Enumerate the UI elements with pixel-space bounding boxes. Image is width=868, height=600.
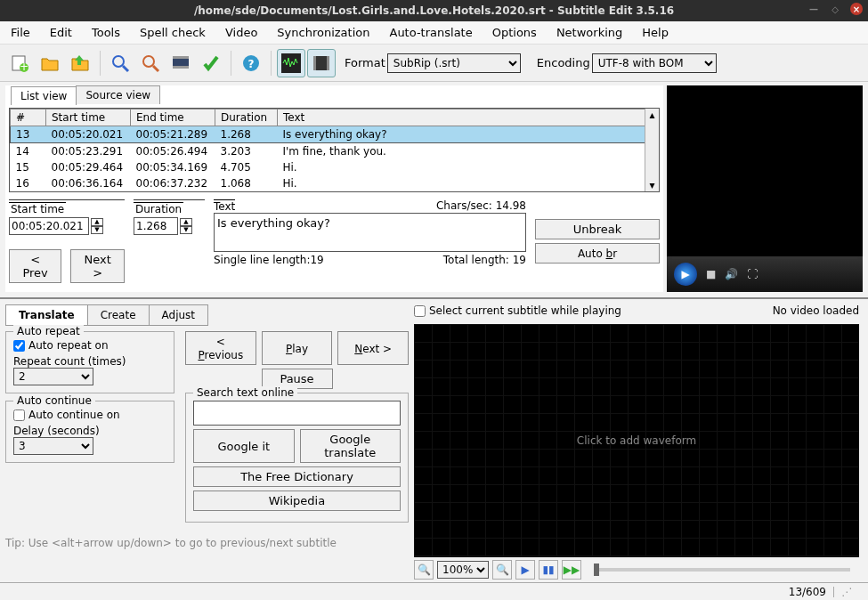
duration-input[interactable] bbox=[134, 217, 178, 235]
resize-grip-icon[interactable]: ⋰ bbox=[841, 586, 850, 598]
menu-sync[interactable]: Synchronization bbox=[277, 26, 369, 39]
stop-icon[interactable]: ■ bbox=[706, 268, 716, 280]
menu-spellcheck[interactable]: Spell check bbox=[140, 26, 206, 39]
scrollbar[interactable]: ▴▾ bbox=[645, 109, 659, 191]
spin-up[interactable]: ▲ bbox=[180, 218, 192, 226]
wf-ff-icon[interactable]: ▶▶ bbox=[562, 560, 581, 580]
fullscreen-icon[interactable]: ⛶ bbox=[747, 268, 758, 280]
table-row[interactable]: 1600:06:36.16400:06:37.2321.068Hi. bbox=[11, 175, 659, 191]
delay-select[interactable]: 3 bbox=[13, 437, 93, 455]
repeat-count-select[interactable]: 2 bbox=[13, 368, 93, 385]
wf-center-icon[interactable]: ▮▮ bbox=[539, 560, 558, 580]
svg-point-5 bbox=[143, 56, 154, 67]
svg-rect-14 bbox=[313, 56, 316, 70]
previous-button[interactable]: < Previous bbox=[185, 331, 256, 365]
text-input[interactable]: Is everything okay? bbox=[214, 213, 526, 252]
tab-translate[interactable]: Translate bbox=[5, 304, 88, 326]
encoding-select[interactable]: UTF-8 with BOM bbox=[592, 53, 717, 73]
waveform-panel: Select current subtitle while playing No… bbox=[414, 299, 868, 582]
zoom-in-icon[interactable]: 🔍 bbox=[492, 560, 512, 580]
video-toggle-icon[interactable] bbox=[307, 49, 336, 77]
search-online-group: Search text online Google itGoogle trans… bbox=[185, 393, 409, 523]
minimize-icon[interactable]: — bbox=[807, 3, 820, 15]
status-position: 13/609 bbox=[789, 586, 826, 598]
menu-tools[interactable]: Tools bbox=[92, 26, 120, 39]
menu-options[interactable]: Options bbox=[492, 26, 537, 39]
tab-create[interactable]: Create bbox=[87, 304, 150, 326]
spellcheck-icon[interactable] bbox=[197, 49, 225, 77]
encoding-label: Encoding bbox=[537, 56, 590, 69]
format-select[interactable]: SubRip (.srt) bbox=[387, 53, 521, 73]
table-row[interactable]: 1500:05:29.46400:05:34.1694.705Hi. bbox=[11, 159, 659, 175]
col-text[interactable]: Text bbox=[278, 109, 659, 126]
menu-edit[interactable]: Edit bbox=[50, 26, 72, 39]
play-button[interactable]: Play bbox=[262, 331, 333, 365]
menu-autotranslate[interactable]: Auto-translate bbox=[389, 26, 472, 39]
gtranslate-button[interactable]: Google translate bbox=[300, 429, 402, 463]
waveform-toggle-icon[interactable] bbox=[277, 49, 305, 77]
svg-rect-15 bbox=[327, 56, 329, 70]
video-player[interactable]: ▶ ■ 🔊 ⛶ bbox=[667, 85, 863, 292]
start-time-label: Start time bbox=[9, 202, 66, 215]
autobr-button[interactable]: Auto br bbox=[535, 243, 660, 264]
table-row[interactable]: 1400:05:23.29100:05:26.4943.203I'm fine,… bbox=[11, 143, 659, 160]
visual-sync-icon[interactable] bbox=[166, 49, 195, 77]
menu-bar: File Edit Tools Spell check Video Synchr… bbox=[0, 21, 868, 45]
play-icon[interactable]: ▶ bbox=[674, 263, 697, 286]
help-icon[interactable]: ? bbox=[237, 49, 265, 77]
menu-video[interactable]: Video bbox=[225, 26, 257, 39]
col-num[interactable]: # bbox=[11, 109, 46, 126]
freedict-button[interactable]: The Free Dictionary bbox=[193, 466, 401, 487]
svg-rect-9 bbox=[173, 66, 189, 69]
tab-source-view[interactable]: Source view bbox=[76, 85, 160, 104]
spin-down[interactable]: ▼ bbox=[91, 226, 103, 234]
search-input[interactable] bbox=[193, 401, 401, 426]
new-icon[interactable]: + bbox=[5, 49, 34, 77]
google-button[interactable]: Google it bbox=[193, 429, 295, 463]
volume-icon[interactable]: 🔊 bbox=[725, 268, 738, 280]
waveform-area[interactable]: Click to add waveform bbox=[414, 324, 859, 557]
total-len-label: Total length: 19 bbox=[443, 254, 526, 266]
cps-label: Chars/sec: 14.98 bbox=[436, 199, 526, 213]
select-while-playing-checkbox[interactable] bbox=[414, 305, 426, 317]
spin-down[interactable]: ▼ bbox=[180, 226, 192, 234]
maximize-icon[interactable]: ◇ bbox=[829, 3, 841, 15]
menu-networking[interactable]: Networking bbox=[556, 26, 622, 39]
table-row[interactable]: 1300:05:20.02100:05:21.2891.268Is everyt… bbox=[11, 126, 659, 143]
tab-adjust[interactable]: Adjust bbox=[149, 304, 209, 326]
svg-line-4 bbox=[123, 66, 128, 71]
spin-up[interactable]: ▲ bbox=[91, 218, 103, 226]
translate-panel: Translate Create Adjust Auto repeat Auto… bbox=[0, 299, 414, 582]
auto-repeat-checkbox[interactable] bbox=[13, 340, 25, 352]
col-dur[interactable]: Duration bbox=[215, 109, 278, 126]
save-icon[interactable] bbox=[66, 49, 94, 77]
open-icon[interactable] bbox=[36, 49, 64, 77]
zoom-select[interactable]: 100% bbox=[437, 561, 489, 579]
next-sub-button[interactable]: Next > bbox=[337, 331, 409, 365]
menu-help[interactable]: Help bbox=[642, 26, 669, 39]
col-end[interactable]: End time bbox=[131, 109, 215, 126]
menu-file[interactable]: File bbox=[11, 26, 30, 39]
next-button[interactable]: Next > bbox=[70, 249, 125, 283]
video-seek-bar[interactable] bbox=[672, 256, 857, 259]
wikipedia-button[interactable]: Wikipedia bbox=[193, 491, 401, 511]
unbreak-button[interactable]: Unbreak bbox=[535, 219, 660, 239]
svg-point-3 bbox=[113, 56, 124, 67]
delay-label: Delay (seconds) bbox=[13, 425, 166, 437]
replace-icon[interactable] bbox=[136, 49, 165, 77]
waveform-placeholder: Click to add waveform bbox=[577, 434, 696, 447]
subtitle-table[interactable]: # Start time End time Duration Text 1300… bbox=[9, 108, 660, 192]
svg-text:?: ? bbox=[248, 58, 255, 70]
auto-repeat-group: Auto repeat Auto repeat on Repeat count … bbox=[5, 331, 174, 393]
auto-continue-checkbox[interactable] bbox=[13, 409, 25, 421]
prev-button[interactable]: < Prev bbox=[9, 249, 61, 283]
wf-play-icon[interactable]: ▶ bbox=[515, 560, 535, 580]
zoom-out-icon[interactable]: 🔍 bbox=[414, 560, 434, 580]
col-start[interactable]: Start time bbox=[46, 109, 131, 126]
close-icon[interactable]: × bbox=[850, 3, 863, 15]
duration-label: Duration bbox=[134, 202, 183, 215]
start-time-input[interactable] bbox=[9, 217, 89, 235]
tab-list-view[interactable]: List view bbox=[11, 86, 77, 105]
position-slider[interactable] bbox=[594, 568, 850, 572]
find-icon[interactable] bbox=[106, 49, 134, 77]
